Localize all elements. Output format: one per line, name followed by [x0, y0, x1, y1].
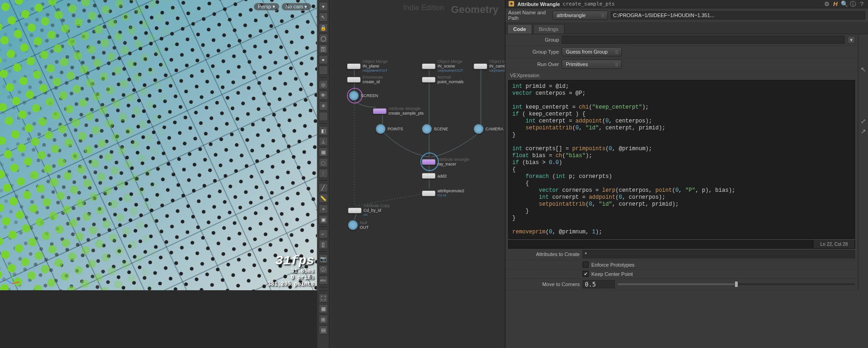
help-icon[interactable]: ? [858, 0, 865, 7]
vex-code-editor[interactable]: int primid = @id; vector centerpos = @P;… [508, 80, 855, 239]
node-out[interactable]: NullOUT [348, 220, 369, 230]
node-in_cam[interactable]: Object MergeIN_camOrigin/obj/cam/camOr [473, 59, 505, 73]
group-field[interactable] [562, 36, 845, 44]
operator-name-label: create_sample_pts [563, 1, 615, 7]
viewport-dots-large [0, 0, 317, 290]
lock-icon[interactable]: 🔒 [319, 23, 328, 32]
ruler-icon[interactable]: 📏 [319, 194, 328, 203]
ghost-icon[interactable]: ◌ [319, 158, 328, 167]
external-editor-icon[interactable]: ↗ [860, 128, 867, 135]
asset-name-dropdown[interactable]: attribwrangle [552, 11, 608, 20]
wireframe-icon[interactable]: ▦ [319, 147, 328, 157]
info-icon[interactable]: ⓘ [319, 265, 328, 274]
cursor-icon[interactable]: ↖ [319, 12, 328, 22]
move-to-corners-slider[interactable] [618, 283, 855, 285]
snap-icon[interactable]: ⌖ [319, 204, 328, 214]
asset-name-label: Asset Name and Path [508, 10, 550, 21]
arrow-down-icon[interactable]: ▾ [319, 2, 328, 11]
node-camera[interactable]: CAMERA [473, 124, 504, 134]
node-attribprom[interactable]: attribpromote2Cd id [422, 189, 464, 198]
grid2-icon[interactable]: ▤ [319, 325, 328, 335]
quad-icon[interactable]: ⊞ [319, 315, 328, 324]
enforce-prototypes-checkbox[interactable] [583, 262, 589, 268]
node-in_scene[interactable]: Object MergeIN_scene/obj/scene/OUT [422, 59, 463, 73]
cube-shaded-icon[interactable]: ◧ [319, 126, 328, 135]
abc-icon[interactable]: abc [319, 275, 328, 285]
volume-icon[interactable]: ▣ [319, 215, 328, 224]
network-editor[interactable]: Indie Edition Geometry Object MergeIN_pl… [329, 0, 505, 348]
blank-icon[interactable] [319, 66, 328, 75]
maximize-icon[interactable]: ⛶ [319, 293, 328, 303]
key-icon[interactable]: ⚿ [319, 44, 328, 54]
gear-icon[interactable]: ⚙ [823, 0, 830, 7]
node-points[interactable]: POINTS [376, 124, 403, 134]
edge-icon[interactable]: ╱ [319, 183, 328, 192]
node-create_pts[interactable]: Attribute Wranglecreate_sample_pts [373, 106, 424, 116]
viewport-persp-dropdown[interactable]: Persp ▾ [254, 3, 279, 11]
svg-line-1 [12, 282, 19, 284]
viewport-camera-dropdown[interactable]: No cam ▾ [281, 3, 311, 11]
houdini-icon[interactable]: H [832, 0, 839, 7]
enforce-prototypes-label: Enforce Prototypes [591, 262, 635, 268]
move-to-corners-field[interactable] [583, 280, 615, 288]
node-ray_tracer[interactable]: Attribute Wrangleray_tracer [422, 157, 469, 166]
operator-type-icon [508, 0, 515, 8]
blank-icon[interactable] [319, 112, 328, 121]
search-icon[interactable]: 🔍 [841, 0, 848, 7]
attributes-to-create-field[interactable] [583, 250, 855, 258]
viewport-toolbar: ▾↖🔒◯⚿●◎👁☀◧⊥▦◌⋮╱📏⌖▣⌐[]📷ⓘabc⛶▦⊞▤ [317, 0, 329, 348]
keep-center-point-label: Keep Center Point [591, 271, 633, 277]
keep-center-point-checkbox[interactable]: ✔ [583, 271, 589, 277]
node-add2[interactable]: add2 [422, 173, 447, 179]
stat-prims: 0 prims [267, 275, 314, 281]
grid-icon[interactable]: ▦ [319, 304, 328, 313]
node-pt_normals[interactable]: Normalpoint_normals [422, 75, 464, 84]
node-screen[interactable]: SCREEN [349, 91, 378, 101]
sphere-icon[interactable]: ● [319, 55, 328, 64]
group-menu-button[interactable]: ▾ [848, 36, 855, 43]
axis-gizmo-icon [4, 270, 20, 287]
stat-points: 381,205 points [267, 281, 314, 287]
brackets-icon[interactable]: [] [319, 240, 328, 249]
circle-icon[interactable]: ◯ [319, 34, 328, 43]
move-to-corners-label: Move to Corners [508, 281, 580, 287]
eye-icon[interactable]: 👁 [319, 91, 328, 100]
vexpression-label: VEXpression [505, 71, 858, 79]
parameter-side-toolbar: ↖ ⤢ ↗ [858, 34, 868, 290]
runover-dropdown[interactable]: Primitives [562, 60, 622, 69]
grouptype-label: Group Type [508, 49, 559, 55]
vex-error-field [509, 240, 813, 248]
stat-frametime: 31.85ms [267, 268, 314, 275]
vex-cursor-position: Ln 22, Col 28 [813, 240, 855, 248]
sun-icon[interactable]: ☀ [319, 101, 328, 110]
operator-type-label: Attribute Wrangle [517, 1, 560, 7]
parameter-pane: Attribute Wrangle create_sample_pts ⚙ H … [505, 0, 868, 348]
stat-fps: 31fps [267, 254, 314, 268]
attributes-to-create-label: Attributes to Create [508, 251, 580, 257]
info-icon[interactable]: ⓘ [850, 0, 856, 7]
asset-path-field[interactable] [611, 11, 865, 19]
normals-icon[interactable]: ⊥ [319, 137, 328, 146]
network-wires [329, 0, 505, 290]
expand-editor-icon[interactable]: ⤢ [860, 117, 867, 125]
runover-label: Run Over [508, 61, 559, 67]
node-in_plane[interactable]: Object MergeIN_plane/obj/plane/OUT [347, 59, 388, 73]
node-scene[interactable]: SCENE [422, 124, 448, 134]
target-icon[interactable]: ◎ [319, 80, 328, 89]
particles-icon[interactable]: ⋮ [319, 169, 328, 178]
node-cd_by_id[interactable]: Attribute CopyCd_by_idcd [348, 203, 390, 217]
asset-path-row: Asset Name and Path attribwrangle [505, 8, 868, 23]
grouptype-dropdown[interactable]: Guess from Group [562, 47, 622, 56]
corner-icon[interactable]: ⌐ [319, 229, 328, 238]
parameter-tabs: Code Bindings [505, 23, 868, 34]
camera-icon[interactable]: 📷 [319, 254, 328, 263]
tab-bindings[interactable]: Bindings [533, 24, 565, 34]
viewport-stats: 31fps 31.85ms 0 prims 381,205 points [267, 254, 314, 287]
svg-line-2 [6, 280, 12, 284]
group-label: Group [508, 37, 559, 43]
scene-viewport[interactable]: Persp ▾ No cam ▾ 31fps 31.85ms 0 prims 3… [0, 0, 317, 290]
node-create_id[interactable]: Enumeratecreate_id [347, 75, 383, 84]
reselect-group-icon[interactable]: ↖ [860, 66, 867, 73]
tab-code[interactable]: Code [507, 24, 532, 34]
parameter-titlebar: Attribute Wrangle create_sample_pts ⚙ H … [505, 0, 868, 8]
